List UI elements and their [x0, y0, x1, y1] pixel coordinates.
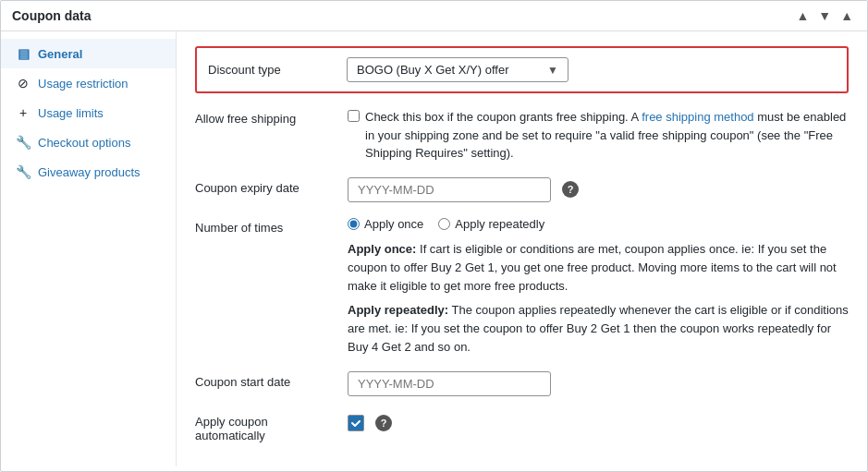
coupon-expiry-label: Coupon expiry date: [195, 177, 348, 195]
sidebar: ▤ General ⊘ Usage restriction + Usage li…: [1, 31, 177, 466]
window-title: Coupon data: [12, 8, 92, 23]
coupon-start-date-control: [348, 371, 849, 396]
apply-repeatedly-bold-label: Apply repeatedly:: [348, 303, 448, 317]
checkmark-icon: [350, 418, 361, 429]
usage-restriction-icon: ⊘: [16, 76, 31, 91]
discount-type-select[interactable]: BOGO (Buy X Get X/Y) offer ▼: [347, 57, 568, 82]
sidebar-item-usage-limits[interactable]: + Usage limits: [1, 98, 176, 127]
apply-coupon-help-icon[interactable]: ?: [375, 415, 392, 431]
apply-coupon-label: Apply coupon automatically: [195, 411, 348, 442]
coupon-start-date-row: Coupon start date: [195, 371, 849, 396]
apply-coupon-checkbox[interactable]: [348, 415, 364, 431]
sidebar-item-label-general: General: [38, 47, 82, 61]
general-icon: ▤: [16, 46, 31, 61]
sidebar-link-usage-restriction[interactable]: Usage restriction: [38, 77, 128, 91]
checkout-options-icon: 🔧: [16, 135, 31, 150]
apply-once-desc-text: If cart is eligible or conditions are me…: [348, 242, 837, 293]
title-bar: Coupon data ▲ ▼ ▲: [1, 1, 867, 31]
apply-repeatedly-label: Apply repeatedly: [455, 217, 544, 231]
apply-coupon-row: Apply coupon automatically ?: [195, 411, 849, 442]
main-content: Discount type BOGO (Buy X Get X/Y) offer…: [177, 31, 867, 466]
coupon-expiry-row: Coupon expiry date ?: [195, 177, 849, 202]
sidebar-item-checkout-options[interactable]: 🔧 Checkout options: [1, 127, 176, 157]
allow-free-shipping-checkbox[interactable]: [348, 110, 360, 122]
coupon-expiry-help-icon[interactable]: ?: [562, 181, 579, 198]
fullscreen-icon[interactable]: ▲: [837, 8, 856, 23]
allow-free-shipping-checkbox-row: Check this box if the coupon grants free…: [348, 108, 849, 163]
radio-row: Apply once Apply repeatedly: [348, 217, 849, 231]
apply-repeatedly-option[interactable]: Apply repeatedly: [438, 217, 544, 231]
sidebar-link-giveaway-products[interactable]: Giveaway products: [38, 165, 141, 179]
number-of-times-control: Apply once Apply repeatedly Apply once: …: [348, 217, 849, 357]
coupon-expiry-input[interactable]: [348, 177, 551, 202]
coupon-start-date-input[interactable]: [348, 371, 551, 396]
apply-once-radio[interactable]: [348, 218, 360, 230]
usage-limits-icon: +: [16, 105, 31, 120]
allow-free-shipping-label: Allow free shipping: [195, 108, 348, 126]
coupon-start-date-label: Coupon start date: [195, 371, 348, 389]
free-shipping-method-link[interactable]: free shipping method: [642, 110, 753, 124]
body: ▤ General ⊘ Usage restriction + Usage li…: [1, 31, 867, 466]
apply-coupon-control: ?: [348, 411, 849, 431]
apply-description: Apply once: If cart is eligible or condi…: [348, 240, 849, 357]
coupon-data-window: Coupon data ▲ ▼ ▲ ▤ General ⊘ Usage rest…: [0, 0, 868, 472]
apply-repeatedly-radio[interactable]: [438, 218, 450, 230]
sidebar-item-giveaway-products[interactable]: 🔧 Giveaway products: [1, 157, 176, 187]
apply-once-bold-label: Apply once:: [348, 242, 416, 256]
allow-free-shipping-control: Check this box if the coupon grants free…: [348, 108, 849, 163]
number-of-times-label: Number of times: [195, 217, 348, 235]
expand-icon[interactable]: ▼: [815, 8, 834, 23]
giveaway-products-icon: 🔧: [16, 164, 31, 179]
collapse-icon[interactable]: ▲: [793, 8, 812, 23]
sidebar-item-usage-restriction[interactable]: ⊘ Usage restriction: [1, 68, 176, 98]
discount-type-chevron: ▼: [547, 64, 558, 77]
allow-free-shipping-description: Check this box if the coupon grants free…: [365, 108, 849, 163]
sidebar-link-usage-limits[interactable]: Usage limits: [38, 106, 104, 120]
number-of-times-row: Number of times Apply once Apply repeate…: [195, 217, 849, 357]
coupon-expiry-control: ?: [348, 177, 849, 202]
discount-type-label: Discount type: [208, 63, 328, 77]
discount-type-value: BOGO (Buy X Get X/Y) offer: [357, 63, 508, 77]
sidebar-link-checkout-options[interactable]: Checkout options: [38, 136, 130, 150]
apply-once-option[interactable]: Apply once: [348, 217, 423, 231]
window-controls: ▲ ▼ ▲: [793, 8, 856, 23]
sidebar-item-general[interactable]: ▤ General: [1, 39, 176, 68]
apply-once-label: Apply once: [364, 217, 423, 231]
discount-type-section: Discount type BOGO (Buy X Get X/Y) offer…: [195, 46, 849, 93]
allow-free-shipping-row: Allow free shipping Check this box if th…: [195, 108, 849, 163]
